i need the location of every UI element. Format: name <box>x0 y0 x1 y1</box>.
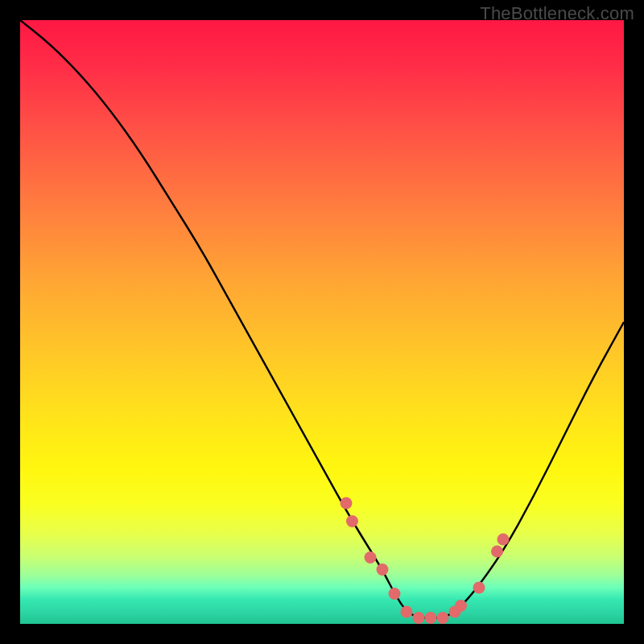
curve-marker-dot <box>425 612 437 624</box>
curve-marker-dot <box>491 546 503 558</box>
bottleneck-chart <box>20 20 624 624</box>
curve-marker-dot <box>455 600 467 612</box>
curve-marker-dot <box>401 606 413 618</box>
curve-marker-dot <box>341 497 353 510</box>
watermark-text: TheBottleneck.com <box>480 3 634 24</box>
curve-marker-dot <box>389 588 401 600</box>
bottleneck-curve <box>20 20 624 618</box>
curve-marker-dot <box>365 551 377 564</box>
curve-marker-dots <box>341 497 510 625</box>
curve-marker-dot <box>377 564 389 576</box>
curve-marker-dot <box>346 515 358 527</box>
curve-marker-dot <box>437 612 449 624</box>
curve-marker-dot <box>497 534 510 546</box>
curve-marker-dot <box>473 582 485 594</box>
curve-marker-dot <box>413 612 425 624</box>
